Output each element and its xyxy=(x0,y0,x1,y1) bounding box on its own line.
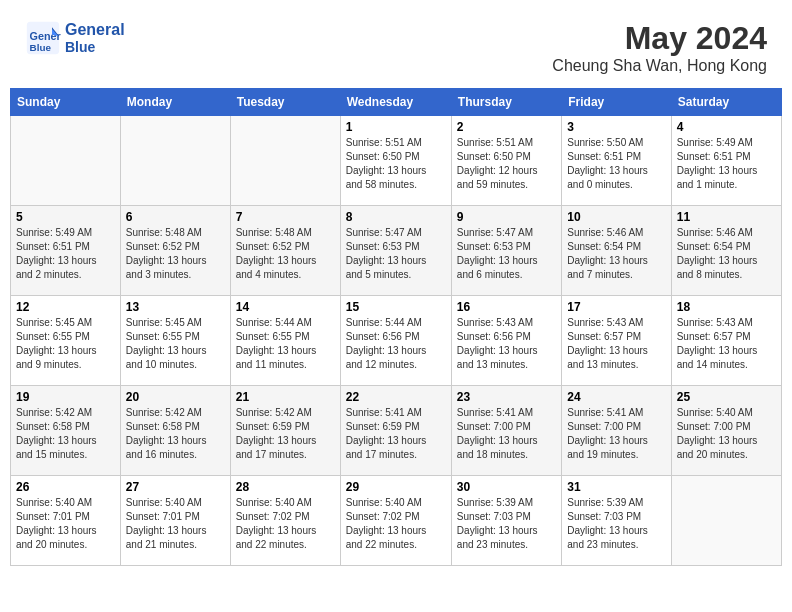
day-info: Sunrise: 5:46 AM Sunset: 6:54 PM Dayligh… xyxy=(677,226,776,282)
day-info: Sunrise: 5:43 AM Sunset: 6:57 PM Dayligh… xyxy=(567,316,665,372)
col-header-wednesday: Wednesday xyxy=(340,89,451,116)
calendar-day-cell: 19Sunrise: 5:42 AM Sunset: 6:58 PM Dayli… xyxy=(11,386,121,476)
day-info: Sunrise: 5:40 AM Sunset: 7:02 PM Dayligh… xyxy=(236,496,335,552)
day-number: 1 xyxy=(346,120,446,134)
calendar-week-row: 12Sunrise: 5:45 AM Sunset: 6:55 PM Dayli… xyxy=(11,296,782,386)
day-info: Sunrise: 5:42 AM Sunset: 6:58 PM Dayligh… xyxy=(126,406,225,462)
day-info: Sunrise: 5:45 AM Sunset: 6:55 PM Dayligh… xyxy=(126,316,225,372)
day-number: 2 xyxy=(457,120,556,134)
title-block: May 2024 Cheung Sha Wan, Hong Kong xyxy=(552,20,767,75)
calendar-day-cell: 14Sunrise: 5:44 AM Sunset: 6:55 PM Dayli… xyxy=(230,296,340,386)
day-number: 20 xyxy=(126,390,225,404)
logo-text-line1: General xyxy=(65,21,125,39)
day-info: Sunrise: 5:48 AM Sunset: 6:52 PM Dayligh… xyxy=(126,226,225,282)
calendar-day-cell: 6Sunrise: 5:48 AM Sunset: 6:52 PM Daylig… xyxy=(120,206,230,296)
calendar-day-cell: 30Sunrise: 5:39 AM Sunset: 7:03 PM Dayli… xyxy=(451,476,561,566)
col-header-monday: Monday xyxy=(120,89,230,116)
calendar-table: SundayMondayTuesdayWednesdayThursdayFrid… xyxy=(10,88,782,566)
day-info: Sunrise: 5:39 AM Sunset: 7:03 PM Dayligh… xyxy=(457,496,556,552)
day-number: 19 xyxy=(16,390,115,404)
day-info: Sunrise: 5:46 AM Sunset: 6:54 PM Dayligh… xyxy=(567,226,665,282)
day-number: 11 xyxy=(677,210,776,224)
day-number: 15 xyxy=(346,300,446,314)
day-number: 23 xyxy=(457,390,556,404)
col-header-sunday: Sunday xyxy=(11,89,121,116)
day-number: 6 xyxy=(126,210,225,224)
svg-text:General: General xyxy=(30,30,62,42)
day-info: Sunrise: 5:44 AM Sunset: 6:56 PM Dayligh… xyxy=(346,316,446,372)
logo-icon: General Blue xyxy=(25,20,61,56)
col-header-saturday: Saturday xyxy=(671,89,781,116)
calendar-day-cell: 13Sunrise: 5:45 AM Sunset: 6:55 PM Dayli… xyxy=(120,296,230,386)
calendar-day-cell: 15Sunrise: 5:44 AM Sunset: 6:56 PM Dayli… xyxy=(340,296,451,386)
calendar-day-cell: 7Sunrise: 5:48 AM Sunset: 6:52 PM Daylig… xyxy=(230,206,340,296)
day-number: 4 xyxy=(677,120,776,134)
day-info: Sunrise: 5:51 AM Sunset: 6:50 PM Dayligh… xyxy=(457,136,556,192)
calendar-week-row: 1Sunrise: 5:51 AM Sunset: 6:50 PM Daylig… xyxy=(11,116,782,206)
calendar-week-row: 19Sunrise: 5:42 AM Sunset: 6:58 PM Dayli… xyxy=(11,386,782,476)
calendar-day-cell: 12Sunrise: 5:45 AM Sunset: 6:55 PM Dayli… xyxy=(11,296,121,386)
calendar-header-row: SundayMondayTuesdayWednesdayThursdayFrid… xyxy=(11,89,782,116)
day-info: Sunrise: 5:40 AM Sunset: 7:00 PM Dayligh… xyxy=(677,406,776,462)
day-number: 24 xyxy=(567,390,665,404)
calendar-day-cell: 17Sunrise: 5:43 AM Sunset: 6:57 PM Dayli… xyxy=(562,296,671,386)
calendar-day-cell: 4Sunrise: 5:49 AM Sunset: 6:51 PM Daylig… xyxy=(671,116,781,206)
col-header-tuesday: Tuesday xyxy=(230,89,340,116)
day-info: Sunrise: 5:39 AM Sunset: 7:03 PM Dayligh… xyxy=(567,496,665,552)
col-header-thursday: Thursday xyxy=(451,89,561,116)
day-number: 22 xyxy=(346,390,446,404)
page-header: General Blue General Blue May 2024 Cheun… xyxy=(10,10,782,80)
day-number: 21 xyxy=(236,390,335,404)
calendar-day-cell: 5Sunrise: 5:49 AM Sunset: 6:51 PM Daylig… xyxy=(11,206,121,296)
day-info: Sunrise: 5:44 AM Sunset: 6:55 PM Dayligh… xyxy=(236,316,335,372)
day-number: 28 xyxy=(236,480,335,494)
calendar-day-cell xyxy=(671,476,781,566)
day-number: 27 xyxy=(126,480,225,494)
day-number: 14 xyxy=(236,300,335,314)
day-info: Sunrise: 5:49 AM Sunset: 6:51 PM Dayligh… xyxy=(677,136,776,192)
logo-text-line2: Blue xyxy=(65,39,125,55)
day-info: Sunrise: 5:41 AM Sunset: 7:00 PM Dayligh… xyxy=(567,406,665,462)
calendar-day-cell: 9Sunrise: 5:47 AM Sunset: 6:53 PM Daylig… xyxy=(451,206,561,296)
calendar-day-cell: 26Sunrise: 5:40 AM Sunset: 7:01 PM Dayli… xyxy=(11,476,121,566)
day-info: Sunrise: 5:43 AM Sunset: 6:57 PM Dayligh… xyxy=(677,316,776,372)
calendar-day-cell: 11Sunrise: 5:46 AM Sunset: 6:54 PM Dayli… xyxy=(671,206,781,296)
day-info: Sunrise: 5:43 AM Sunset: 6:56 PM Dayligh… xyxy=(457,316,556,372)
calendar-day-cell: 10Sunrise: 5:46 AM Sunset: 6:54 PM Dayli… xyxy=(562,206,671,296)
day-number: 12 xyxy=(16,300,115,314)
logo: General Blue General Blue xyxy=(25,20,125,56)
calendar-day-cell xyxy=(120,116,230,206)
day-info: Sunrise: 5:48 AM Sunset: 6:52 PM Dayligh… xyxy=(236,226,335,282)
calendar-day-cell: 29Sunrise: 5:40 AM Sunset: 7:02 PM Dayli… xyxy=(340,476,451,566)
calendar-day-cell: 18Sunrise: 5:43 AM Sunset: 6:57 PM Dayli… xyxy=(671,296,781,386)
day-info: Sunrise: 5:40 AM Sunset: 7:02 PM Dayligh… xyxy=(346,496,446,552)
day-number: 31 xyxy=(567,480,665,494)
day-info: Sunrise: 5:41 AM Sunset: 6:59 PM Dayligh… xyxy=(346,406,446,462)
day-number: 10 xyxy=(567,210,665,224)
calendar-day-cell: 24Sunrise: 5:41 AM Sunset: 7:00 PM Dayli… xyxy=(562,386,671,476)
calendar-day-cell xyxy=(230,116,340,206)
calendar-day-cell: 3Sunrise: 5:50 AM Sunset: 6:51 PM Daylig… xyxy=(562,116,671,206)
col-header-friday: Friday xyxy=(562,89,671,116)
calendar-week-row: 26Sunrise: 5:40 AM Sunset: 7:01 PM Dayli… xyxy=(11,476,782,566)
calendar-day-cell: 25Sunrise: 5:40 AM Sunset: 7:00 PM Dayli… xyxy=(671,386,781,476)
calendar-day-cell: 22Sunrise: 5:41 AM Sunset: 6:59 PM Dayli… xyxy=(340,386,451,476)
calendar-week-row: 5Sunrise: 5:49 AM Sunset: 6:51 PM Daylig… xyxy=(11,206,782,296)
day-number: 16 xyxy=(457,300,556,314)
day-info: Sunrise: 5:51 AM Sunset: 6:50 PM Dayligh… xyxy=(346,136,446,192)
calendar-day-cell: 28Sunrise: 5:40 AM Sunset: 7:02 PM Dayli… xyxy=(230,476,340,566)
calendar-day-cell: 2Sunrise: 5:51 AM Sunset: 6:50 PM Daylig… xyxy=(451,116,561,206)
day-info: Sunrise: 5:45 AM Sunset: 6:55 PM Dayligh… xyxy=(16,316,115,372)
day-info: Sunrise: 5:41 AM Sunset: 7:00 PM Dayligh… xyxy=(457,406,556,462)
day-number: 26 xyxy=(16,480,115,494)
calendar-day-cell xyxy=(11,116,121,206)
day-info: Sunrise: 5:40 AM Sunset: 7:01 PM Dayligh… xyxy=(16,496,115,552)
calendar-day-cell: 23Sunrise: 5:41 AM Sunset: 7:00 PM Dayli… xyxy=(451,386,561,476)
day-info: Sunrise: 5:50 AM Sunset: 6:51 PM Dayligh… xyxy=(567,136,665,192)
day-number: 30 xyxy=(457,480,556,494)
day-number: 17 xyxy=(567,300,665,314)
day-number: 25 xyxy=(677,390,776,404)
day-number: 5 xyxy=(16,210,115,224)
day-number: 13 xyxy=(126,300,225,314)
day-number: 18 xyxy=(677,300,776,314)
